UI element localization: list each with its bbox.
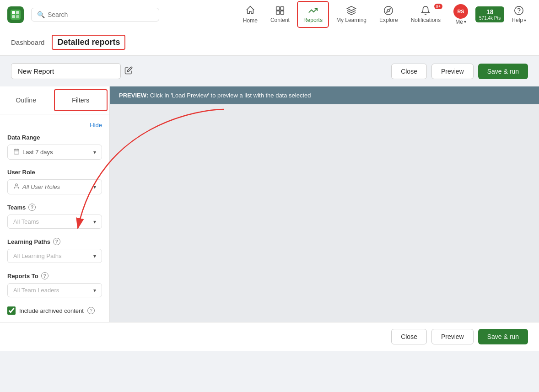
data-range-label: Data Range: [7, 134, 102, 141]
preview-area: PREVIEW: Click in 'Load Preview' to prev…: [110, 86, 539, 322]
teams-placeholder: All Teams: [13, 218, 93, 225]
data-range-select[interactable]: Last 7 days ▾: [7, 145, 102, 160]
learning-paths-placeholder: All Learning Paths: [13, 252, 93, 259]
nav-content[interactable]: Content: [265, 2, 295, 27]
nav-explore[interactable]: Explore: [374, 2, 404, 27]
nav-items: Home Content: [237, 0, 532, 29]
data-range-chevron: ▾: [93, 149, 96, 156]
reports-to-chevron: ▾: [93, 287, 96, 294]
svg-point-16: [16, 184, 18, 186]
app-logo[interactable]: [7, 6, 24, 23]
reports-to-select-wrapper: All Team Leaders ▾: [7, 283, 102, 297]
tab-filters[interactable]: Filters: [54, 89, 108, 111]
filter-teams: Teams ? All Teams ▾: [7, 204, 102, 229]
svg-rect-3: [16, 15, 19, 18]
teams-select-wrapper: All Teams ▾: [7, 215, 102, 229]
user-role-value: All User Roles: [22, 183, 93, 190]
preview-content: [110, 104, 539, 322]
nav-home[interactable]: Home: [237, 1, 263, 27]
toolbar-actions: Close Preview Save & run: [391, 64, 528, 79]
content-area: Outline Filters Hide Data Range: [0, 86, 539, 322]
filter-data-range: Data Range Last 7 days: [7, 134, 102, 160]
top-nav: 🔍 Home: [0, 0, 539, 29]
learning-paths-select[interactable]: All Learning Paths ▾: [7, 249, 102, 263]
svg-rect-5: [280, 7, 284, 10]
edit-report-name-button[interactable]: [124, 66, 133, 76]
close-button-bottom[interactable]: Close: [391, 329, 427, 344]
nav-content-label: Content: [270, 17, 290, 23]
data-range-value: Last 7 days: [22, 149, 93, 156]
data-range-select-wrapper: Last 7 days ▾: [7, 145, 102, 160]
report-name-row: [11, 63, 133, 79]
learning-paths-help-icon[interactable]: ?: [53, 238, 60, 245]
search-box[interactable]: 🔍: [31, 8, 159, 21]
filter-section: Hide Data Range: [0, 114, 109, 322]
user-role-select[interactable]: All User Roles ▾: [7, 179, 102, 194]
pts-badge[interactable]: 18 571.4k Pts: [475, 6, 504, 22]
reports-icon: [308, 5, 318, 17]
bottom-toolbar: Close Preview Save & run: [0, 322, 539, 351]
pts-number: 18: [486, 8, 494, 16]
nav-reports[interactable]: Reports: [297, 1, 329, 28]
svg-rect-4: [276, 7, 280, 10]
page-title-box: Detailed reports: [52, 35, 125, 50]
include-archived-label: Include archived content: [19, 307, 84, 314]
svg-rect-1: [16, 11, 19, 14]
filter-user-role: User Role All User Roles ▾: [7, 169, 102, 194]
search-icon: 🔍: [37, 11, 45, 18]
nav-notifications-label: Notifications: [411, 17, 441, 23]
nav-help[interactable]: Help ▾: [506, 2, 532, 27]
teams-help-icon[interactable]: ?: [28, 204, 36, 211]
notifications-icon: [420, 5, 431, 17]
svg-point-10: [515, 6, 523, 15]
content-icon: [275, 5, 285, 17]
logo-icon: [11, 10, 21, 20]
user-role-chevron: ▾: [93, 184, 96, 190]
home-icon: [245, 5, 255, 17]
nav-reports-label: Reports: [303, 17, 323, 23]
reports-to-select[interactable]: All Team Leaders ▾: [7, 283, 102, 297]
reports-to-help-icon[interactable]: ?: [41, 272, 49, 279]
help-icon: [514, 5, 524, 17]
nav-notifications[interactable]: 9+ Notifications: [405, 2, 446, 27]
nav-my-learning[interactable]: My Learning: [331, 2, 372, 27]
explore-icon: [383, 5, 393, 17]
include-archived-row: Include archived content ?: [7, 306, 102, 315]
nav-me[interactable]: RS Me ▾: [448, 0, 474, 29]
teams-label: Teams ?: [7, 204, 102, 211]
report-name-input[interactable]: [11, 63, 121, 79]
svg-rect-0: [12, 11, 15, 14]
sub-header: Dashboard Detailed reports: [0, 29, 539, 56]
toolbar: Close Preview Save & run: [0, 56, 539, 86]
save-run-button-bottom[interactable]: Save & run: [478, 329, 528, 344]
archived-help-icon[interactable]: ?: [87, 307, 95, 314]
preview-banner: PREVIEW: Click in 'Load Preview' to prev…: [110, 86, 539, 104]
breadcrumb-dashboard[interactable]: Dashboard: [11, 38, 44, 46]
preview-button-top[interactable]: Preview: [431, 64, 474, 79]
include-archived-checkbox[interactable]: [7, 306, 16, 315]
teams-select[interactable]: All Teams ▾: [7, 215, 102, 229]
learning-paths-chevron: ▾: [93, 253, 96, 259]
nav-my-learning-label: My Learning: [336, 17, 367, 23]
preview-banner-label: PREVIEW:: [119, 92, 148, 99]
my-learning-icon: [346, 5, 356, 17]
nav-explore-label: Explore: [379, 17, 398, 23]
reports-to-placeholder: All Team Leaders: [13, 287, 93, 294]
avatar: RS: [453, 4, 468, 19]
user-role-select-wrapper: All User Roles ▾: [7, 179, 102, 194]
close-button-top[interactable]: Close: [391, 64, 427, 79]
learning-paths-select-wrapper: All Learning Paths ▾: [7, 249, 102, 263]
hide-link[interactable]: Hide: [7, 122, 102, 129]
tabs-row: Outline Filters: [0, 86, 109, 114]
svg-point-8: [384, 6, 393, 15]
search-input[interactable]: [48, 11, 153, 18]
tab-outline[interactable]: Outline: [0, 86, 52, 114]
preview-button-bottom[interactable]: Preview: [431, 329, 474, 344]
svg-marker-9: [387, 9, 390, 12]
save-run-button-top[interactable]: Save & run: [478, 64, 528, 79]
notifications-badge: 9+: [434, 4, 442, 9]
teams-chevron: ▾: [93, 219, 96, 225]
reports-to-label: Reports To ?: [7, 272, 102, 279]
learning-paths-label: Learning Paths ?: [7, 238, 102, 245]
svg-rect-2: [12, 15, 15, 18]
